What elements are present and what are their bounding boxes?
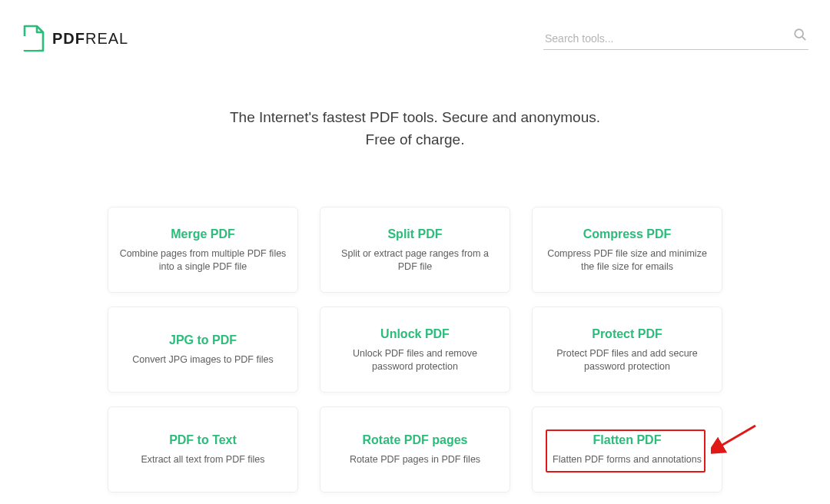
tool-desc: Protect PDF files and add secure passwor…	[543, 347, 711, 373]
tool-title: Rotate PDF pages	[331, 433, 499, 447]
tool-card-split-pdf[interactable]: Split PDF Split or extract page ranges f…	[320, 207, 510, 293]
svg-line-3	[719, 426, 755, 447]
hero-line-2: Free of charge.	[0, 128, 830, 151]
tool-title: JPG to PDF	[119, 333, 287, 347]
tool-desc: Split or extract page ranges from a PDF …	[331, 247, 499, 274]
tool-title: Merge PDF	[119, 227, 287, 241]
tool-title: Protect PDF	[543, 327, 711, 341]
tool-title: Flatten PDF	[543, 433, 711, 447]
tool-desc: Extract all text from PDF files	[119, 453, 287, 466]
svg-point-1	[795, 29, 803, 38]
tool-desc: Rotate PDF pages in PDF files	[331, 453, 499, 466]
tool-card-flatten-pdf[interactable]: Flatten PDF Flatten PDF forms and annota…	[532, 406, 722, 492]
hero-line-1: The Internet's fastest PDF tools. Secure…	[0, 106, 830, 128]
tool-desc: Compress PDF file size and minimize the …	[543, 247, 711, 274]
search-input[interactable]	[543, 28, 808, 50]
tool-desc: Unlock PDF files and remove password pro…	[331, 347, 499, 373]
tool-card-merge-pdf[interactable]: Merge PDF Combine pages from multiple PD…	[108, 207, 298, 293]
tool-title: PDF to Text	[119, 433, 287, 447]
tool-desc: Combine pages from multiple PDF files in…	[119, 247, 287, 274]
tool-title: Unlock PDF	[331, 327, 499, 341]
tool-desc: Convert JPG images to PDF files	[119, 353, 287, 366]
tool-card-pdf-to-text[interactable]: PDF to Text Extract all text from PDF fi…	[108, 406, 298, 492]
header: PDFREAL	[0, 0, 830, 61]
tool-card-compress-pdf[interactable]: Compress PDF Compress PDF file size and …	[532, 207, 722, 293]
pdf-file-icon	[22, 25, 45, 52]
tool-card-rotate-pdf[interactable]: Rotate PDF pages Rotate PDF pages in PDF…	[320, 406, 510, 492]
tool-title: Compress PDF	[543, 227, 711, 241]
search-icon[interactable]	[792, 26, 808, 43]
logo[interactable]: PDFREAL	[22, 25, 128, 52]
tool-desc: Flatten PDF forms and annotations	[543, 453, 711, 466]
tools-grid: Merge PDF Combine pages from multiple PD…	[108, 207, 722, 492]
hero-tagline: The Internet's fastest PDF tools. Secure…	[0, 106, 830, 151]
svg-rect-0	[22, 36, 38, 50]
logo-text: PDFREAL	[52, 30, 128, 48]
tool-title: Split PDF	[331, 227, 499, 241]
search	[543, 28, 808, 50]
svg-line-2	[802, 36, 805, 39]
tool-card-jpg-to-pdf[interactable]: JPG to PDF Convert JPG images to PDF fil…	[108, 307, 298, 393]
tool-card-protect-pdf[interactable]: Protect PDF Protect PDF files and add se…	[532, 307, 722, 393]
tool-card-unlock-pdf[interactable]: Unlock PDF Unlock PDF files and remove p…	[320, 307, 510, 393]
